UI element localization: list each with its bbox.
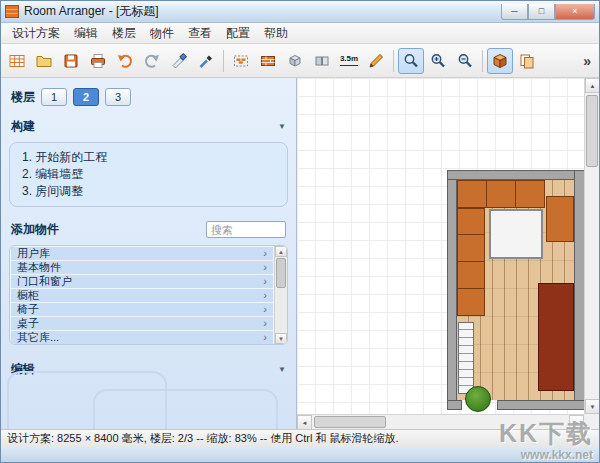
vertical-scroll-thumb[interactable]: [586, 95, 598, 167]
menu-item-plan[interactable]: 设计方案: [5, 23, 67, 44]
scrollbar-corner: [584, 414, 599, 429]
floor-button-3[interactable]: 3: [105, 88, 131, 106]
list-scroll-thumb[interactable]: [276, 258, 286, 288]
zoom-in-button[interactable]: [425, 48, 451, 74]
title-bar[interactable]: Room Arranger - [无标题] ─ □ ×: [1, 1, 599, 23]
list-item-other-libraries[interactable]: 其它库... ›: [11, 331, 273, 344]
scroll-up-icon[interactable]: ▲: [275, 246, 287, 257]
chevron-right-icon: ›: [263, 332, 267, 343]
build-step-3[interactable]: 3. 房间调整: [22, 183, 275, 200]
wall-left[interactable]: [447, 170, 457, 410]
dining-table[interactable]: [538, 283, 574, 391]
menu-item-edit[interactable]: 编辑: [67, 23, 105, 44]
main-area: 楼层 1 2 3 构建 ▼ 1. 开始新的工程 2. 编辑墙壁 3. 房间调整 …: [1, 78, 599, 429]
pencil-icon: [367, 52, 385, 70]
scroll-down-icon[interactable]: ▼: [275, 333, 287, 344]
menu-item-help[interactable]: 帮助: [257, 23, 295, 44]
floor-button-1[interactable]: 1: [41, 88, 67, 106]
horizontal-scrollbar[interactable]: ◄ ►: [297, 414, 584, 429]
scroll-right-icon[interactable]: ►: [569, 415, 584, 429]
copy-icon: [518, 52, 536, 70]
collapse-icon[interactable]: ▼: [278, 122, 286, 131]
collapse-icon[interactable]: ▼: [278, 365, 286, 374]
measure-button[interactable]: 3.5m: [336, 48, 362, 74]
list-item-cabinets[interactable]: 橱柜 ›: [11, 289, 273, 302]
redo-button[interactable]: [139, 48, 165, 74]
zoom-window-icon: [402, 52, 420, 70]
list-item-user-library[interactable]: 用户库 ›: [11, 247, 273, 260]
build-section-header[interactable]: 构建 ▼: [11, 118, 286, 135]
columns-button[interactable]: [309, 48, 335, 74]
print-icon: [89, 52, 107, 70]
minimize-button[interactable]: ─: [501, 4, 528, 20]
chevron-right-icon: ›: [263, 276, 267, 287]
menu-item-floor[interactable]: 楼层: [105, 23, 143, 44]
wall-top[interactable]: [447, 170, 584, 180]
pencil-button[interactable]: [363, 48, 389, 74]
close-icon: ×: [572, 7, 577, 16]
save-button[interactable]: [58, 48, 84, 74]
close-button[interactable]: ×: [555, 4, 595, 20]
status-text: 设计方案: 8255 × 8400 毫米, 楼层: 2/3 -- 缩放: 83%…: [7, 431, 399, 446]
wall-bottom-left[interactable]: [447, 400, 462, 410]
window-bottom-frame: [1, 447, 599, 462]
wall-icon: [259, 52, 277, 70]
cutter-button[interactable]: [166, 48, 192, 74]
toolbar-separator: [482, 50, 483, 72]
zoom-out-icon: [456, 52, 474, 70]
brush-button[interactable]: [193, 48, 219, 74]
kitchen-counter-left[interactable]: [457, 208, 485, 316]
kitchen-appliance[interactable]: [489, 209, 543, 259]
vertical-scrollbar[interactable]: ▲ ▼: [584, 78, 599, 414]
floor-selector: 楼层 1 2 3: [11, 88, 286, 106]
print-button[interactable]: [85, 48, 111, 74]
plant[interactable]: [465, 386, 491, 412]
cabinet-right[interactable]: [546, 196, 574, 242]
new-plan-icon: [8, 52, 26, 70]
menu-item-object[interactable]: 物件: [143, 23, 181, 44]
new-plan-button[interactable]: [4, 48, 30, 74]
rooms-3d-icon: [286, 52, 304, 70]
measure-icon: 3.5m: [340, 55, 358, 66]
build-step-2[interactable]: 2. 编辑墙壁: [22, 166, 275, 183]
draw-walls-button[interactable]: [228, 48, 254, 74]
scroll-left-icon[interactable]: ◄: [297, 415, 312, 429]
floor-button-2[interactable]: 2: [73, 88, 99, 106]
plan-canvas[interactable]: [297, 78, 584, 414]
floors-label: 楼层: [11, 89, 35, 106]
columns-icon: [313, 52, 331, 70]
scroll-down-icon[interactable]: ▼: [585, 399, 599, 414]
undo-button[interactable]: [112, 48, 138, 74]
collapsed-panel-outline: [93, 389, 278, 429]
minimize-icon: ─: [511, 7, 517, 16]
status-bar: 设计方案: 8255 × 8400 毫米, 楼层: 2/3 -- 缩放: 83%…: [1, 429, 599, 447]
ladder[interactable]: [458, 322, 474, 394]
rooms-3d-button[interactable]: [282, 48, 308, 74]
wall-bottom-right[interactable]: [497, 400, 584, 410]
maximize-button[interactable]: □: [528, 4, 555, 20]
open-project-button[interactable]: [31, 48, 57, 74]
chevron-right-icon: ›: [263, 248, 267, 259]
window-controls: ─ □ ×: [501, 4, 595, 20]
zoom-out-button[interactable]: [452, 48, 478, 74]
toolbar-overflow-button[interactable]: »: [578, 53, 596, 69]
search-input[interactable]: [206, 221, 286, 238]
scroll-up-icon[interactable]: ▲: [585, 78, 599, 93]
list-scrollbar[interactable]: ▲ ▼: [274, 246, 287, 344]
wall-right[interactable]: [574, 170, 584, 410]
wall-button[interactable]: [255, 48, 281, 74]
kitchen-counter-top[interactable]: [457, 180, 545, 208]
list-item-tables[interactable]: 桌子 ›: [11, 317, 273, 330]
zoom-window-button[interactable]: [398, 48, 424, 74]
copy-button[interactable]: [514, 48, 540, 74]
menu-item-config[interactable]: 配置: [219, 23, 257, 44]
list-item-basic-objects[interactable]: 基本物件 ›: [11, 261, 273, 274]
view-3d-button[interactable]: [487, 48, 513, 74]
horizontal-scroll-thumb[interactable]: [314, 416, 386, 428]
toolbar-separator: [223, 50, 224, 72]
undo-icon: [116, 52, 134, 70]
menu-item-view[interactable]: 查看: [181, 23, 219, 44]
list-item-chairs[interactable]: 椅子 ›: [11, 303, 273, 316]
build-step-1[interactable]: 1. 开始新的工程: [22, 149, 275, 166]
list-item-doors-windows[interactable]: 门口和窗户 ›: [11, 275, 273, 288]
